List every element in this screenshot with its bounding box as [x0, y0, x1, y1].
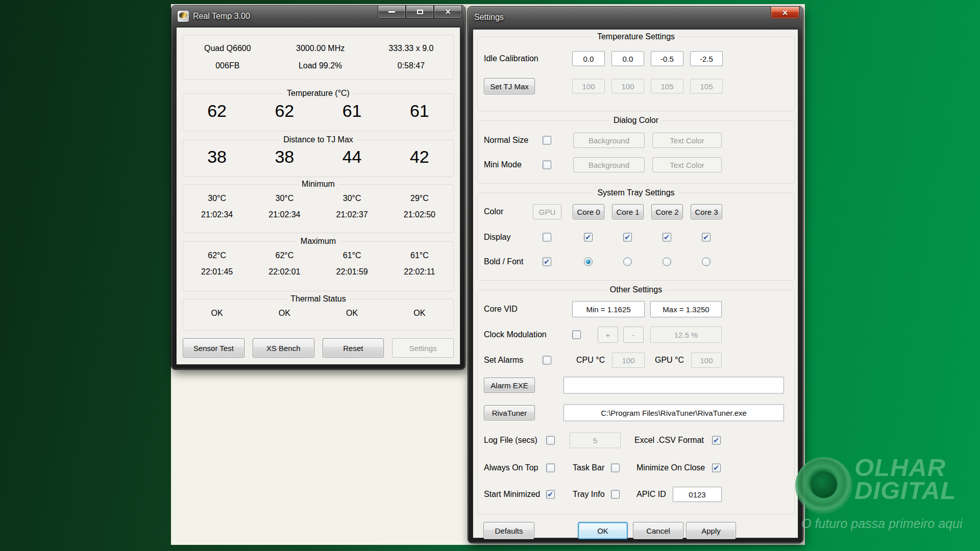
core0-min-temp: 30°C	[183, 194, 251, 203]
normal-size-label: Normal Size	[484, 136, 528, 145]
core3-min-time: 21:02:50	[386, 210, 453, 219]
apic-id-field[interactable]	[673, 487, 722, 502]
bold-font-checkbox[interactable]	[543, 258, 551, 266]
watermark-line1: OLHAR	[854, 456, 956, 479]
core2-color-button[interactable]: Core 2	[651, 204, 683, 219]
maximize-button[interactable]	[406, 6, 434, 18]
gpu-color-button[interactable]: GPU	[533, 204, 561, 219]
watermark-tagline: O futuro passa primeiro aqui	[801, 516, 962, 531]
apply-button[interactable]: Apply	[686, 522, 736, 539]
alarm-exe-path-field[interactable]	[564, 377, 784, 394]
realtemp-button-row: Sensor Test XS Bench Reset Settings	[183, 338, 454, 358]
core3-temp: 61	[386, 101, 453, 121]
reset-button[interactable]: Reset	[323, 338, 384, 358]
core1-max-time: 22:02:01	[251, 267, 318, 277]
tray-info-label: Tray Info	[573, 490, 605, 499]
clock-plus-button[interactable]: +	[598, 327, 618, 343]
core2-max-time: 22:01:59	[318, 267, 386, 277]
maximum-group: Maximum 62°C 62°C 61°C 61°C 22:01:45 22:…	[183, 241, 454, 291]
settings-button[interactable]: Settings	[392, 338, 454, 358]
gpu-alarm-label: GPU °C	[655, 356, 684, 365]
tj-max-core2-input[interactable]	[651, 79, 683, 94]
dialog-color-group: Dialog Color Normal Size Background Text…	[477, 120, 795, 184]
tj-max-core0-input[interactable]	[572, 79, 605, 94]
always-on-top-checkbox[interactable]	[546, 464, 555, 472]
mini-text-color-button[interactable]: Text Color	[652, 157, 722, 172]
cpu-alarm-label: CPU °C	[576, 356, 605, 365]
core1-font-radio[interactable]	[623, 258, 632, 266]
tj-max-core3-input[interactable]	[690, 79, 723, 94]
cancel-button[interactable]: Cancel	[633, 522, 683, 539]
core1-display-checkbox[interactable]	[623, 233, 632, 242]
minimum-group: Minimum 30°C 30°C 30°C 29°C 21:02:34 21:…	[183, 184, 454, 233]
core3-display-checkbox[interactable]	[702, 233, 710, 242]
task-bar-checkbox[interactable]	[611, 464, 620, 472]
normal-background-button[interactable]: Background	[573, 133, 645, 148]
alarm-exe-button[interactable]: Alarm EXE	[484, 378, 535, 393]
log-file-checkbox[interactable]	[546, 436, 555, 445]
core0-color-button[interactable]: Core 0	[573, 204, 604, 219]
tray-display-label: Display	[484, 233, 510, 242]
idle-calibration-core2-input[interactable]	[651, 52, 683, 66]
dialog-color-title: Dialog Color	[609, 116, 663, 125]
start-minimized-checkbox[interactable]	[546, 490, 555, 499]
core3-max-time: 22:02:11	[386, 267, 453, 277]
idle-calibration-core1-input[interactable]	[611, 52, 644, 66]
minimize-on-close-checkbox[interactable]	[712, 464, 721, 472]
cpu-alarm-input[interactable]	[612, 353, 645, 368]
clock-modulation-checkbox[interactable]	[572, 331, 581, 339]
rivatuner-button[interactable]: RivaTuner	[484, 405, 535, 420]
sensor-test-button[interactable]: Sensor Test	[183, 338, 244, 358]
excel-csv-checkbox[interactable]	[712, 436, 721, 445]
idle-calibration-core0-input[interactable]	[572, 52, 605, 66]
minimum-group-title: Minimum	[298, 180, 339, 189]
minimize-on-close-label: Minimize On Close	[636, 463, 705, 472]
set-tj-max-button[interactable]: Set TJ Max	[484, 78, 535, 94]
settings-titlebar[interactable]: Settings	[468, 7, 803, 28]
close-button[interactable]: ✕	[434, 6, 462, 18]
cpu-load: Load 99.2%	[272, 61, 369, 70]
core2-thermal-status: OK	[318, 309, 386, 318]
clock-modulation-label: Clock Modulation	[484, 330, 547, 339]
normal-size-checkbox[interactable]	[543, 136, 551, 145]
core0-font-radio[interactable]	[584, 258, 593, 266]
core3-color-button[interactable]: Core 3	[691, 204, 722, 219]
log-interval-input[interactable]	[570, 433, 621, 448]
minimize-button[interactable]	[378, 6, 406, 18]
start-minimized-label: Start Minimized	[484, 490, 540, 499]
other-settings-title: Other Settings	[606, 285, 666, 294]
core2-temp: 61	[318, 101, 386, 121]
mini-background-button[interactable]: Background	[573, 157, 645, 172]
gpu-display-checkbox[interactable]	[543, 233, 551, 242]
set-alarms-checkbox[interactable]	[543, 356, 551, 365]
idle-calibration-core3-input[interactable]	[690, 52, 723, 66]
core3-thermal-status: OK	[386, 309, 453, 318]
log-file-label: Log File (secs)	[484, 436, 537, 445]
mini-mode-checkbox[interactable]	[543, 161, 551, 169]
minimize-icon	[388, 11, 395, 13]
close-icon: ✕	[445, 8, 451, 15]
defaults-button[interactable]: Defaults	[483, 522, 534, 539]
close-button[interactable]: ✕	[771, 7, 799, 19]
realtemp-window-title: Real Temp 3.00	[193, 12, 250, 21]
temperature-settings-group: Temperature Settings Idle Calibration Se…	[477, 37, 795, 111]
core3-font-radio[interactable]	[702, 258, 710, 266]
other-settings-group: Other Settings Core VID Clock Modulation…	[477, 290, 795, 514]
tray-info-checkbox[interactable]	[611, 490, 620, 499]
xs-bench-button[interactable]: XS Bench	[253, 338, 314, 358]
core0-distance: 38	[183, 147, 251, 167]
gpu-alarm-input[interactable]	[691, 353, 722, 368]
core3-distance: 42	[386, 147, 453, 167]
set-alarms-label: Set Alarms	[484, 356, 523, 365]
rivatuner-path-field[interactable]	[564, 405, 784, 421]
core0-display-checkbox[interactable]	[584, 233, 593, 242]
bold-font-label: Bold / Font	[484, 257, 523, 266]
core1-color-button[interactable]: Core 1	[612, 204, 644, 219]
ok-button[interactable]: OK	[578, 522, 628, 539]
core2-display-checkbox[interactable]	[663, 233, 671, 242]
tj-max-core1-input[interactable]	[611, 79, 644, 94]
clock-minus-button[interactable]: -	[623, 327, 644, 343]
clock-modulation-value[interactable]	[650, 327, 722, 343]
normal-text-color-button[interactable]: Text Color	[652, 133, 722, 148]
core2-font-radio[interactable]	[663, 258, 671, 266]
